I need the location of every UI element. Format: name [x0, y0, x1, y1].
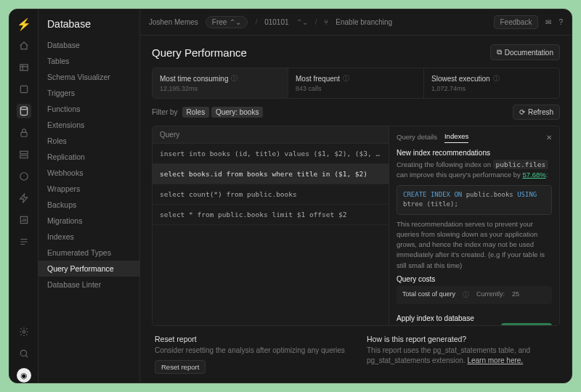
rec-note: This recommendation serves to prevent yo… — [397, 219, 552, 271]
info-icon: ⓘ — [493, 74, 500, 83]
tab-indexes[interactable]: Indexes — [444, 132, 468, 143]
rec-text: Creating the following index on public.f… — [397, 160, 552, 181]
page-title: Query Performance — [152, 46, 490, 59]
svg-rect-3 — [20, 132, 26, 136]
reset-desc: Consider resetting the analysis after op… — [155, 346, 345, 356]
footer: Reset report Consider resetting the anal… — [152, 326, 560, 374]
icon-sidebar: ⚡ ◉ — [9, 9, 38, 383]
storage-icon[interactable] — [17, 147, 31, 162]
filter-tag[interactable]: Query: books — [211, 107, 263, 118]
realtime-icon[interactable] — [17, 191, 31, 205]
svg-rect-5 — [20, 155, 28, 158]
sidebar-item[interactable]: Replication — [38, 149, 139, 165]
query-row[interactable]: select books.id from books where title i… — [153, 164, 389, 184]
svg-point-2 — [20, 107, 27, 110]
project-id[interactable]: 010101 — [264, 18, 288, 26]
feedback-button[interactable]: Feedback — [494, 15, 539, 29]
tab-query-details[interactable]: Query details — [397, 133, 437, 143]
metric-tab[interactable]: Most frequent ⓘ843 calls — [288, 68, 424, 98]
database-icon[interactable] — [17, 104, 31, 118]
query-list: Query insert into books (id, title) valu… — [153, 126, 389, 325]
sidebar-item[interactable]: Database Linter — [38, 277, 139, 293]
cost-box: Total cost of query ⓘ Currently: 25 — [397, 286, 552, 304]
main: Joshen Memes Free ⌃⌄ / 010101 ⌃⌄ / ⑂ Ena… — [140, 9, 572, 383]
sidebar-item[interactable]: Extensions — [38, 117, 139, 133]
sidebar-item[interactable]: Migrations — [38, 213, 139, 229]
close-icon[interactable]: ✕ — [546, 134, 552, 142]
logo-icon[interactable]: ⚡ — [17, 17, 31, 31]
filter-bar: Filter by Roles Query: books ⟳Refresh — [152, 99, 560, 126]
apply-title: Apply index to database — [397, 314, 495, 322]
refresh-icon: ⟳ — [519, 108, 525, 116]
sidebar-item[interactable]: Query Performance — [38, 261, 139, 277]
metric-tab[interactable]: Most time consuming ⓘ12,195.32ms — [153, 68, 288, 98]
index-code: CREATE INDEX ON public.books USINGbtree … — [397, 185, 552, 215]
svg-rect-0 — [20, 65, 28, 70]
sidebar-item[interactable]: Indexes — [38, 229, 139, 245]
sidebar-item[interactable]: Roles — [38, 133, 139, 149]
settings-icon[interactable] — [17, 324, 31, 339]
sidebar-item[interactable]: Tables — [38, 53, 139, 69]
refresh-button[interactable]: ⟳Refresh — [513, 105, 560, 120]
sidebar-item[interactable]: Webhooks — [38, 165, 139, 181]
sql-icon[interactable] — [17, 82, 31, 97]
filter-label: Filter by — [152, 108, 178, 116]
query-row[interactable]: select count(*) from public.books — [153, 184, 389, 205]
svg-point-9 — [20, 350, 26, 356]
info-icon: ⓘ — [463, 290, 469, 300]
query-header: Query — [153, 126, 389, 144]
costs-title: Query costs — [397, 275, 552, 283]
svg-point-6 — [20, 173, 28, 181]
detail-panel: Query details Indexes ✕ New index recomm… — [389, 126, 559, 325]
sidebar-item[interactable]: Triggers — [38, 85, 139, 101]
sidebar-item[interactable]: Wrappers — [38, 181, 139, 197]
inbox-icon[interactable]: ✉ — [545, 18, 551, 26]
user-name[interactable]: Joshen Memes — [149, 18, 198, 26]
how-desc: This report uses the pg_stat_statements … — [367, 346, 557, 366]
metric-tab[interactable]: Slowest execution ⓘ1,072.74ms — [424, 68, 559, 98]
auth-icon[interactable] — [17, 126, 31, 140]
query-row[interactable]: insert into books (id, title) values ($1… — [153, 144, 389, 164]
create-index-button[interactable]: Create index — [501, 323, 552, 325]
reset-title: Reset report — [155, 335, 345, 343]
help-icon[interactable]: ? — [558, 18, 563, 26]
sidebar-title: Database — [38, 18, 139, 37]
svg-rect-4 — [20, 151, 28, 154]
reports-icon[interactable] — [17, 213, 31, 227]
chevron-icon: ⌃⌄ — [229, 18, 241, 26]
sidebar: Database DatabaseTablesSchema Visualizer… — [38, 9, 140, 383]
plan-chip[interactable]: Free ⌃⌄ — [206, 16, 248, 28]
reset-report-button[interactable]: Reset report — [155, 360, 206, 374]
documentation-button[interactable]: ⧉Documentation — [490, 44, 560, 60]
query-row[interactable]: select * from public.books limit $1 offs… — [153, 205, 389, 225]
user-icon[interactable]: ◉ — [17, 368, 31, 383]
branch-icon: ⑂ — [324, 18, 328, 26]
logs-icon[interactable] — [17, 234, 31, 249]
svg-point-8 — [23, 330, 25, 333]
svg-rect-1 — [20, 86, 27, 92]
chevron-icon: ⌃⌄ — [296, 18, 308, 26]
search-icon[interactable] — [17, 346, 31, 361]
metric-tabs: Most time consuming ⓘ12,195.32msMost fre… — [152, 68, 560, 99]
external-link-icon: ⧉ — [497, 48, 502, 57]
sidebar-item[interactable]: Backups — [38, 197, 139, 213]
info-icon: ⓘ — [231, 74, 237, 83]
sidebar-item[interactable]: Schema Visualizer — [38, 69, 139, 85]
how-title: How is this report generated? — [367, 335, 557, 343]
info-icon: ⓘ — [343, 74, 349, 83]
rec-title: New index recommendations — [397, 149, 552, 157]
branching-link[interactable]: Enable branching — [336, 18, 392, 26]
sidebar-item[interactable]: Functions — [38, 101, 139, 117]
learn-more-link[interactable]: Learn more here. — [467, 356, 523, 364]
sidebar-item[interactable]: Database — [38, 37, 139, 53]
home-icon[interactable] — [17, 38, 31, 53]
edge-icon[interactable] — [17, 169, 31, 184]
table-icon[interactable] — [17, 60, 31, 75]
topbar: Joshen Memes Free ⌃⌄ / 010101 ⌃⌄ / ⑂ Ena… — [140, 9, 572, 36]
sidebar-item[interactable]: Enumerated Types — [38, 245, 139, 261]
filter-tag[interactable]: Roles — [182, 107, 210, 118]
